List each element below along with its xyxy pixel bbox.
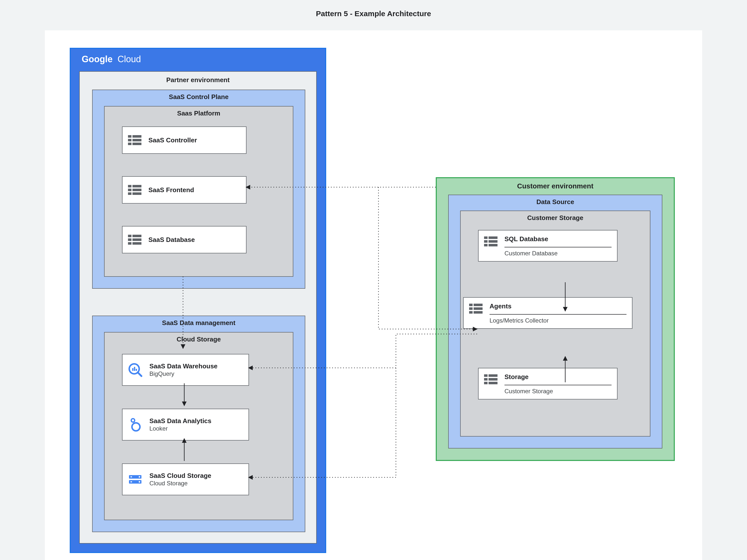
service-saas-frontend: SaaS Frontend [122,176,247,204]
svg-rect-6 [132,142,141,145]
svg-rect-49 [489,382,497,384]
svg-point-31 [139,481,140,483]
storage-icon [128,472,143,486]
svg-rect-8 [132,185,141,187]
svg-rect-39 [473,304,483,306]
server-bars-icon [484,374,497,385]
service-sql-database: SQL Database Customer Database [478,230,618,262]
svg-point-30 [139,476,140,478]
svg-rect-34 [484,240,488,243]
svg-rect-1 [128,135,131,138]
service-data-warehouse: SaaS Data Warehouse BigQuery [122,354,249,386]
service-agents: Agents Logs/Metrics Collector [463,297,633,329]
divider [505,385,612,385]
svg-rect-32 [484,236,488,239]
svg-rect-2 [132,135,141,138]
saas-data-management: SaaS Data management Cloud Storage SaaS … [92,316,305,532]
brand-cloud: Cloud [118,54,141,64]
brand-google: Google [82,54,112,64]
customer-environment: Customer environment Data Source Custome… [436,177,675,461]
svg-rect-44 [484,374,488,377]
svg-point-24 [131,419,135,422]
svg-rect-21 [132,368,133,371]
svg-rect-47 [489,378,497,380]
svg-rect-38 [469,304,472,306]
svg-rect-3 [128,139,131,141]
svg-rect-11 [128,192,131,195]
svg-rect-12 [132,192,141,195]
svg-rect-4 [132,139,141,141]
svg-rect-17 [128,242,131,245]
svg-point-25 [132,423,140,431]
diagram-canvas: Google Cloud Partner environment SaaS Co… [45,30,702,560]
svg-rect-28 [130,476,132,477]
partner-env-label: Partner environment [80,72,316,88]
svg-rect-5 [128,142,131,145]
svg-rect-22 [134,367,135,371]
looker-icon [128,418,143,432]
svg-rect-13 [128,235,131,237]
cloud-storage-label: Cloud Storage [105,332,293,347]
bigquery-icon [128,363,143,377]
server-bars-icon [128,184,141,195]
server-bars-icon [128,135,141,145]
customer-storage-label: Customer Storage [461,211,650,226]
svg-rect-48 [484,382,488,384]
service-cloud-storage: SaaS Cloud Storage Cloud Storage [122,463,249,495]
data-source: Data Source Customer Storage SQL Databas… [448,195,662,449]
data-source-label: Data Source [449,195,662,210]
cloud-storage-group: Cloud Storage SaaS Data Warehouse BigQue… [104,332,293,520]
server-bars-icon [128,234,141,245]
svg-rect-15 [128,238,131,241]
platform-label: Saas Platform [105,107,293,121]
svg-rect-37 [489,244,497,246]
svg-rect-9 [128,189,131,191]
svg-rect-42 [469,311,472,314]
svg-rect-16 [132,238,141,241]
divider [490,314,626,315]
svg-rect-35 [489,240,497,243]
svg-rect-7 [128,185,131,187]
svg-rect-36 [484,244,488,246]
svg-rect-45 [489,374,497,377]
svg-rect-46 [484,378,488,380]
saas-platform: Saas Platform SaaS Controller [104,106,293,277]
svg-rect-33 [489,236,497,239]
partner-environment: Partner environment SaaS Control Plane S… [79,71,317,543]
saas-control-plane: SaaS Control Plane Saas Platform SaaS Co… [92,89,305,289]
svg-text:Google
              Cloud: Google Cloud [82,54,141,64]
svg-rect-10 [132,189,141,191]
data-mgmt-label: SaaS Data management [93,316,305,331]
svg-rect-18 [132,242,141,245]
google-cloud-container: Google Cloud Partner environment SaaS Co… [70,48,326,553]
svg-rect-43 [473,311,483,314]
control-plane-label: SaaS Control Plane [93,90,305,105]
service-data-analytics: SaaS Data Analytics Looker [122,409,249,441]
server-bars-icon [469,303,483,314]
service-saas-controller: SaaS Controller [122,127,247,154]
svg-rect-29 [130,481,132,482]
svg-line-20 [138,372,141,376]
service-storage: Storage Customer Storage [478,368,618,399]
service-saas-database: SaaS Database [122,226,247,254]
page-title: Pattern 5 - Example Architecture [0,0,747,30]
google-cloud-logo: Google Cloud [71,49,325,72]
divider [505,247,612,247]
svg-rect-14 [132,235,141,237]
customer-env-label: Customer environment [437,178,674,194]
svg-rect-41 [473,308,483,310]
svg-rect-40 [469,308,472,310]
svg-rect-23 [136,369,137,371]
server-bars-icon [484,236,497,247]
customer-storage-group: Customer Storage SQL Database Customer D… [460,211,650,436]
